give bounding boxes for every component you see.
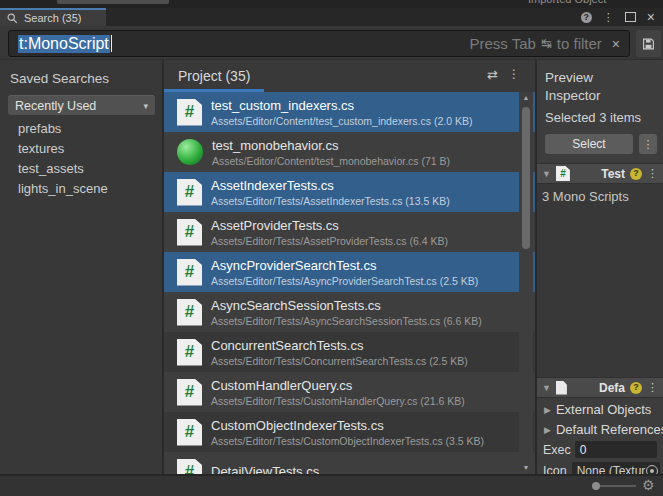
- refresh-icon[interactable]: ⇄: [487, 67, 498, 82]
- select-menu-icon[interactable]: ⋮: [639, 134, 657, 154]
- foldout-closed-icon: ▶: [544, 405, 551, 415]
- result-row[interactable]: # AsyncProviderSearchTest.cs Assets/Edit…: [164, 252, 535, 292]
- result-name: AssetIndexerTests.cs: [211, 178, 450, 193]
- result-name: AssetProviderTests.cs: [211, 218, 448, 233]
- result-row[interactable]: # CustomObjectIndexerTests.cs Assets/Edi…: [164, 412, 535, 452]
- chevron-down-icon: ▾: [143, 101, 148, 111]
- script-icon: #: [177, 219, 202, 246]
- result-name: CustomHandlerQuery.cs: [211, 378, 465, 393]
- result-row[interactable]: # ConcurrentSearchTests.cs Assets/Editor…: [164, 332, 535, 372]
- saved-search-item[interactable]: lights_in_scene: [18, 181, 108, 196]
- results-panel: Project (35) ⇄ ⋮ # test_custom_indexers.…: [164, 60, 535, 474]
- saved-searches-sort-dropdown[interactable]: Recently Used ▾: [8, 95, 155, 115]
- component-menu-icon[interactable]: ⋮: [647, 167, 658, 180]
- unity-search-window: Imported Object Search (35) ? ⋮ × t:Mono…: [0, 0, 663, 496]
- execution-order-row: Exec 0: [543, 441, 657, 458]
- scroll-down-icon[interactable]: ▼: [519, 464, 533, 471]
- result-row[interactable]: # AsyncSearchSessionTests.cs Assets/Edit…: [164, 292, 535, 332]
- tab-search[interactable]: Search (35): [0, 8, 106, 26]
- script-icon: #: [177, 419, 202, 446]
- preview-inspector-panel: Preview Inspector Selected 3 items Selec…: [537, 60, 663, 474]
- result-text: AssetIndexerTests.cs Assets/Editor/Tests…: [211, 178, 450, 207]
- saved-search-item[interactable]: prefabs: [18, 121, 61, 136]
- result-name: AsyncProviderSearchTest.cs: [211, 258, 478, 273]
- result-name: test_monobehavior.cs: [212, 138, 450, 153]
- search-query-selected-text: t:MonoScript: [18, 35, 110, 53]
- result-path: Assets/Editor/Tests/CustomObjectIndexerT…: [211, 435, 484, 447]
- search-hint-prefix: Press Tab: [469, 35, 535, 52]
- background-window-text: Imported Object: [528, 0, 606, 5]
- result-text: test_monobehavior.cs Assets/Editor/Conte…: [212, 138, 450, 167]
- foldout-label: Default References: [556, 422, 663, 437]
- result-text: test_custom_indexers.cs Assets/Editor/Co…: [211, 98, 472, 127]
- item-size-slider-handle[interactable]: [592, 482, 600, 490]
- result-path: Assets/Editor/Tests/AsyncSearchSessionTe…: [211, 315, 482, 327]
- default-references-header[interactable]: ▼ Defa ? ⋮: [537, 377, 663, 398]
- preview-label: Preview: [545, 70, 593, 85]
- help-badge-icon[interactable]: ?: [630, 168, 642, 180]
- results-scrollbar[interactable]: ▲ ▼: [519, 92, 533, 474]
- help-icon[interactable]: ?: [581, 12, 592, 23]
- exec-label: Exec: [543, 443, 571, 457]
- script-icon: #: [177, 259, 202, 286]
- scroll-up-icon[interactable]: ▲: [519, 94, 533, 101]
- result-row[interactable]: # AssetProviderTests.cs Assets/Editor/Te…: [164, 212, 535, 252]
- search-toolbar: t:MonoScript Press Tab ↹ to filter ×: [0, 26, 663, 60]
- save-search-button[interactable]: [636, 30, 661, 57]
- result-text: CustomObjectIndexerTests.cs Assets/Edito…: [211, 418, 484, 447]
- result-path: Assets/Editor/Tests/AssetProviderTests.c…: [211, 235, 448, 247]
- tab-search-label: Search (35): [24, 12, 81, 24]
- test-component-header[interactable]: ▼ # Test ? ⋮: [537, 163, 663, 184]
- script-icon: #: [177, 459, 202, 475]
- result-row[interactable]: # AssetIndexerTests.cs Assets/Editor/Tes…: [164, 172, 535, 212]
- component-menu-icon[interactable]: ⋮: [647, 381, 658, 394]
- foldout-open-icon[interactable]: ▼: [542, 383, 551, 393]
- result-row[interactable]: test_monobehavior.cs Assets/Editor/Conte…: [164, 132, 535, 172]
- search-input[interactable]: t:MonoScript Press Tab ↹ to filter ×: [8, 30, 630, 57]
- results-header[interactable]: Project (35): [178, 68, 250, 84]
- script-icon: #: [177, 379, 202, 406]
- saved-search-item[interactable]: test_assets: [18, 161, 84, 176]
- sphere-icon: [177, 139, 203, 165]
- dropdown-value: Recently Used: [15, 99, 96, 113]
- result-text: DetailViewTests.cs: [211, 464, 319, 475]
- results-list: # test_custom_indexers.cs Assets/Editor/…: [164, 92, 535, 474]
- results-menu-icon[interactable]: ⋮: [508, 67, 520, 81]
- scrollbar-thumb[interactable]: [522, 107, 530, 249]
- item-size-slider-track[interactable]: [600, 485, 636, 487]
- default-references-foldout[interactable]: ▶ Default References: [544, 422, 663, 437]
- window-menu-icon[interactable]: ⋮: [603, 12, 614, 23]
- clear-search-icon[interactable]: ×: [612, 37, 620, 51]
- result-name: ConcurrentSearchTests.cs: [211, 338, 468, 353]
- tab-key-icon: ↹: [541, 36, 552, 51]
- result-name: AsyncSearchSessionTests.cs: [211, 298, 482, 313]
- search-hint-suffix: to filter: [557, 35, 602, 52]
- result-path: Assets/Editor/Tests/AsyncProviderSearchT…: [211, 275, 478, 287]
- maximize-icon[interactable]: [625, 12, 636, 22]
- result-row[interactable]: # CustomHandlerQuery.cs Assets/Editor/Te…: [164, 372, 535, 412]
- result-path: Assets/Editor/Content/test_monobehavior.…: [212, 155, 450, 167]
- saved-search-item[interactable]: textures: [18, 141, 64, 156]
- result-name: test_custom_indexers.cs: [211, 98, 472, 113]
- result-text: AsyncProviderSearchTest.cs Assets/Editor…: [211, 258, 478, 287]
- result-name: CustomObjectIndexerTests.cs: [211, 418, 484, 433]
- result-path: Assets/Editor/Content/test_custom_indexe…: [211, 115, 472, 127]
- select-row: Select ⋮: [545, 134, 657, 154]
- select-button[interactable]: Select: [545, 134, 633, 154]
- result-text: CustomHandlerQuery.cs Assets/Editor/Test…: [211, 378, 465, 407]
- help-badge-icon[interactable]: ?: [630, 382, 642, 394]
- gear-icon[interactable]: ⚙: [642, 477, 655, 493]
- mono-scripts-count: 3 Mono Scripts: [542, 189, 629, 204]
- foldout-closed-icon: ▶: [544, 425, 551, 435]
- foldout-open-icon[interactable]: ▼: [542, 169, 551, 179]
- exec-order-field[interactable]: 0: [575, 441, 657, 458]
- window-controls: ? ⋮ ×: [581, 8, 655, 26]
- close-icon[interactable]: ×: [647, 10, 655, 24]
- inspector-label: Inspector: [545, 88, 601, 103]
- result-text: AssetProviderTests.cs Assets/Editor/Test…: [211, 218, 448, 247]
- saved-searches-panel: Saved Searches Recently Used ▾ prefabs t…: [0, 60, 162, 474]
- result-row[interactable]: # test_custom_indexers.cs Assets/Editor/…: [164, 92, 535, 132]
- external-objects-foldout[interactable]: ▶ External Objects: [544, 402, 651, 417]
- script-icon: #: [177, 179, 202, 206]
- result-row[interactable]: # DetailViewTests.cs: [164, 452, 535, 474]
